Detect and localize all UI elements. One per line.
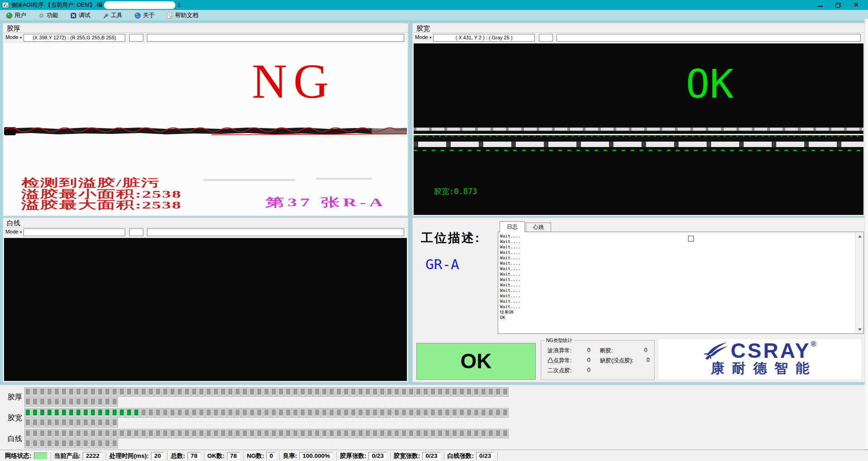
indicator-cell-gray	[184, 387, 190, 397]
indicator-cell-gray	[111, 397, 118, 407]
indicator-cell-gray	[162, 429, 169, 438]
indicator-cell-gray	[126, 387, 132, 397]
scroll-down-icon[interactable]	[856, 326, 863, 333]
log-panel[interactable]: Wait....Wait....Wait....Wait....Wait....…	[498, 232, 864, 334]
indicator-cell-gray	[263, 429, 270, 438]
glue-width-image[interactable]: OK 胶宽:0.873	[414, 43, 863, 215]
indicator-cell-gray	[133, 387, 140, 397]
indicator-cell-gray	[357, 387, 364, 397]
batch-indicator-section: 胶厚胶宽白线	[0, 385, 865, 450]
menu-debug[interactable]: 调试	[64, 10, 96, 21]
indicator-cell-gray	[343, 387, 349, 397]
indicator-cell-gray	[61, 418, 67, 428]
value-box[interactable]	[129, 34, 143, 42]
indicator-cell-gray	[176, 429, 183, 438]
indicator-cell-gray	[46, 387, 53, 397]
statusbar-item: OK数:78	[204, 452, 243, 460]
statusbar-label: 良率:	[283, 452, 297, 460]
pixel-coordinate-readout[interactable]: ( X 431, Y 2 ) : ( Gray 25 )	[433, 34, 535, 42]
statusbar-separator	[497, 452, 498, 460]
indicator-cell-gray	[53, 429, 60, 438]
indicator-cell-gray	[444, 429, 451, 438]
indicator-cell-gray	[147, 387, 154, 397]
indicator-cell-gray	[241, 387, 248, 397]
window-edge	[865, 19, 868, 449]
indicator-cell-gray	[393, 408, 400, 418]
indicator-cell-gray	[328, 408, 335, 418]
close-button[interactable]: ×	[847, 0, 865, 10]
redaction-blob	[104, 1, 175, 9]
indicator-cell-gray	[53, 387, 60, 397]
menu-help-docs[interactable]: 帮助文档	[160, 10, 204, 21]
indicator-cell-gray	[415, 387, 422, 397]
indicator-cell-gray	[335, 429, 342, 438]
indicator-cell-gray	[82, 397, 89, 407]
indicator-cell-gray	[278, 387, 284, 397]
log-line: Wait....	[500, 293, 854, 299]
statusbar-item: 白线张数:0/23	[444, 452, 498, 460]
pixel-coordinate-readout[interactable]: (X 398,Y 1272) : (R 255,G 255,B 255)	[24, 34, 125, 42]
stat-second-dispense-value: 0	[587, 367, 590, 373]
white-line-image[interactable]	[4, 238, 407, 381]
indicator-cell-gray	[270, 429, 277, 438]
indicator-cell-gray	[379, 408, 386, 418]
indicator-cell-gray	[249, 387, 255, 397]
indicator-cell-gray	[270, 408, 277, 418]
indicator-cell-green	[126, 408, 132, 418]
indicator-cell-gray	[458, 408, 465, 418]
minimize-button[interactable]	[811, 0, 829, 10]
log-line: Wait....	[500, 304, 854, 309]
indicator-cell-green	[75, 408, 82, 418]
statusbar: 网络状态:当前产品:2222处理时间(ms):20总数:78OK数:78NG数:…	[0, 450, 868, 461]
mode-dropdown[interactable]: Mode ▾	[5, 34, 22, 40]
indicator-cell-gray	[39, 429, 46, 438]
indicator-cell-gray	[169, 387, 176, 397]
log-line: Wait....	[500, 288, 854, 293]
indicator-cell-gray	[61, 429, 67, 438]
statusbar-value: 0/23	[422, 452, 440, 460]
indicator-cell-gray	[314, 387, 321, 397]
info-box[interactable]	[557, 34, 861, 42]
defect-message-line: 检测到溢胶/脏污	[21, 177, 160, 188]
restore-button[interactable]	[829, 0, 847, 10]
indicator-cell-gray	[458, 387, 465, 397]
chevron-down-icon: ▾	[20, 35, 22, 40]
scroll-up-icon[interactable]	[856, 233, 863, 240]
indicator-cell-gray	[335, 387, 342, 397]
indicator-cell-green	[68, 408, 75, 418]
indicator-cell-gray	[46, 439, 53, 448]
window-title: 侧涂AOI程序 【当前用户: OEM】 编	[11, 1, 102, 9]
log-scrollbar[interactable]	[855, 233, 863, 333]
value-box[interactable]	[129, 228, 143, 236]
indicator-cell-gray	[61, 439, 67, 448]
indicator-cell-gray	[487, 387, 494, 397]
pixel-coordinate-readout[interactable]	[24, 228, 125, 236]
tab-log[interactable]: 日志	[500, 221, 525, 232]
indicator-cell-row	[24, 397, 509, 407]
mode-dropdown[interactable]: Mode ▾	[415, 34, 432, 40]
menu-help-docs-label: 帮助文档	[175, 11, 198, 19]
menu-user[interactable]: 用户	[0, 10, 32, 21]
glue-thickness-image[interactable]: NG 检测到溢胶/脏污 溢胶最小面积:2538 溢胶最大面积:2538 第37 …	[4, 43, 407, 215]
log-checkbox[interactable]	[688, 236, 694, 242]
mode-dropdown[interactable]: Mode ▾	[5, 229, 22, 234]
statusbar-item: 当前产品:2222	[51, 452, 106, 460]
indicator-cell-gray	[39, 397, 46, 407]
menu-tools-label: 工具	[111, 11, 123, 19]
indicator-cell-gray	[321, 408, 328, 418]
menu-about[interactable]: 关于	[128, 10, 160, 21]
menu-functions[interactable]: 功能	[32, 10, 64, 21]
indicator-cell-gray	[451, 387, 458, 397]
value-box[interactable]	[539, 34, 553, 42]
statusbar-item: 总数:78	[168, 452, 204, 460]
info-box[interactable]	[147, 34, 404, 42]
indicator-cell-gray	[429, 408, 436, 418]
indicator-cell-row	[24, 408, 509, 418]
menu-tools[interactable]: 工具	[96, 10, 128, 21]
tab-heartbeat[interactable]: 心跳	[526, 223, 551, 232]
indicator-cell-gray	[502, 387, 509, 397]
indicator-cell-green	[39, 408, 46, 418]
info-box[interactable]	[147, 228, 404, 236]
indicator-cell-gray	[343, 408, 349, 418]
overall-result-button[interactable]: OK	[416, 343, 536, 380]
